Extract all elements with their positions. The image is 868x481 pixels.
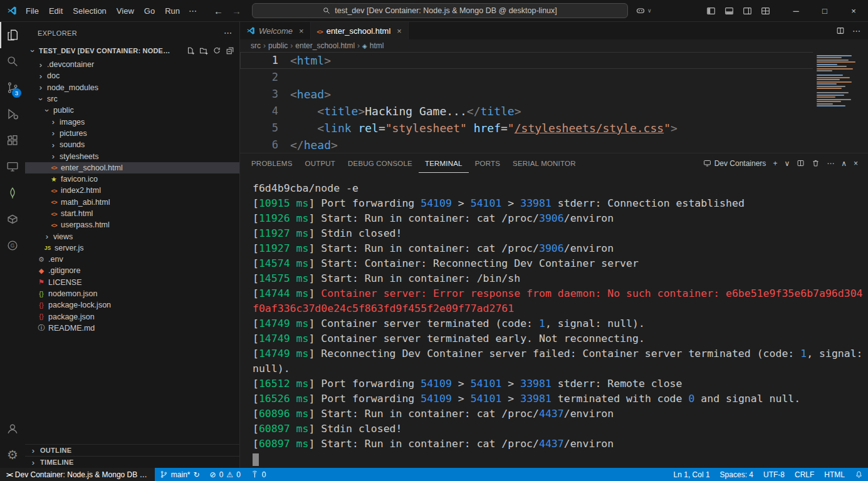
activity-search-icon[interactable] — [0, 48, 25, 75]
split-editor-icon[interactable] — [836, 26, 845, 35]
tree-item-userpass-html[interactable]: <>userpass.html — [25, 219, 239, 230]
activity-explorer-icon[interactable] — [0, 22, 25, 48]
panel-tab-output[interactable]: OUTPUT — [299, 153, 342, 173]
tree-item-pictures[interactable]: ›pictures — [25, 128, 239, 139]
tree-item-start-html[interactable]: <>start.html — [25, 208, 239, 219]
outline-section[interactable]: › OUTLINE — [25, 444, 239, 456]
activity-remote-explorer-icon[interactable] — [0, 153, 25, 180]
activity-source-control-icon[interactable]: 3 — [0, 75, 25, 101]
tree-item-license[interactable]: ⚑LICENSE — [25, 277, 239, 288]
tree-item-views[interactable]: ›views — [25, 230, 239, 242]
tree-item-images[interactable]: ›images — [25, 116, 239, 127]
breadcrumb-item-public[interactable]: public — [268, 41, 288, 50]
tree-item-sounds[interactable]: ›sounds — [25, 139, 239, 150]
close-window-button[interactable]: × — [839, 0, 868, 21]
indentation-indicator[interactable]: Spaces: 4 — [715, 468, 758, 481]
cursor-position[interactable]: Ln 1, Col 1 — [669, 468, 715, 481]
menu-go[interactable]: Go — [139, 0, 160, 21]
refresh-icon[interactable] — [212, 46, 221, 55]
code-line[interactable]: 1<html> — [240, 52, 868, 69]
command-center[interactable]: test_dev [Dev Container: Node.js & Mongo… — [252, 3, 628, 18]
settings-gear-icon[interactable]: ⚙ — [0, 442, 25, 468]
collapse-all-icon[interactable] — [226, 46, 234, 55]
panel-tab-serial-monitor[interactable]: SERIAL MONITOR — [506, 153, 582, 173]
tree-item-server-js[interactable]: JSserver.js — [25, 242, 239, 254]
toggle-primary-sidebar-icon[interactable] — [706, 6, 716, 16]
tree-item-node-modules[interactable]: ›node_modules — [25, 82, 239, 93]
tree-item-gitignore[interactable]: ◆.gitignore — [25, 265, 239, 276]
ports-indicator[interactable]: 0 — [246, 468, 271, 481]
eol-indicator[interactable]: CRLF — [790, 468, 819, 481]
activity-extensions-icon[interactable] — [0, 127, 25, 153]
toggle-secondary-sidebar-icon[interactable] — [743, 6, 752, 16]
nav-forward-icon[interactable]: → — [227, 6, 246, 16]
code-line[interactable]: 3<head> — [240, 86, 868, 103]
minimap[interactable] — [813, 52, 868, 153]
branch-indicator[interactable]: main* ↻ — [155, 468, 205, 481]
tree-item-index2-html[interactable]: <>index2.html — [25, 185, 239, 196]
activity-mongodb-icon[interactable] — [0, 180, 25, 206]
workspace-root-row[interactable]: › TEST_DEV [DEV CONTAINER: NODE.JS & MON… — [25, 44, 239, 58]
tab-enter-school-html[interactable]: <>enter_school.html× — [311, 22, 409, 39]
language-mode[interactable]: HTML — [819, 468, 850, 481]
activity-gitlens-icon[interactable]: G — [0, 232, 25, 259]
terminal-profile-dropdown-icon[interactable]: ∨ — [784, 159, 790, 168]
breadcrumb-item-html[interactable]: html — [370, 41, 384, 50]
breadcrumb-item-enter-school-html[interactable]: enter_school.html — [295, 41, 355, 50]
maximize-panel-icon[interactable]: ∧ — [841, 159, 847, 168]
tree-item-devcontainer[interactable]: ›.devcontainer — [25, 59, 239, 70]
menu-selection[interactable]: Selection — [68, 0, 111, 21]
minimize-button[interactable]: ─ — [782, 0, 810, 21]
remote-indicator[interactable]: >< Dev Container: Node.js & Mongo DB @ d… — [0, 468, 155, 481]
close-panel-icon[interactable]: × — [854, 159, 858, 168]
new-terminal-icon[interactable]: + — [773, 159, 777, 168]
menu-view[interactable]: View — [112, 0, 139, 21]
tree-item-env[interactable]: ⚙.env — [25, 254, 239, 265]
encoding-indicator[interactable]: UTF-8 — [758, 468, 790, 481]
customize-layout-icon[interactable] — [761, 6, 770, 16]
close-tab-icon[interactable]: × — [397, 26, 402, 36]
split-terminal-icon[interactable] — [797, 159, 805, 167]
close-tab-icon[interactable]: × — [299, 26, 304, 36]
tree-item-enter-school-html[interactable]: <>enter_school.html — [25, 162, 239, 173]
problems-indicator[interactable]: ⊘ 0 ⚠ 0 — [205, 468, 246, 481]
tree-item-package-json[interactable]: {}package.json — [25, 311, 239, 323]
tree-item-favicon-ico[interactable]: ★favicon.ico — [25, 173, 239, 185]
menu-file[interactable]: File — [21, 0, 44, 21]
new-file-icon[interactable] — [186, 46, 195, 55]
code-line[interactable]: 2 — [240, 69, 868, 86]
panel-tab-debug-console[interactable]: DEBUG CONSOLE — [342, 153, 419, 173]
terminal-profile[interactable]: Dev Containers — [703, 159, 766, 168]
notifications-bell-icon[interactable] — [850, 468, 868, 481]
tree-item-math-abi-html[interactable]: <>math_abi.html — [25, 197, 239, 208]
maximize-button[interactable]: □ — [810, 0, 839, 21]
tree-item-nodemon-json[interactable]: {}nodemon.json — [25, 288, 239, 299]
activity-containers-icon[interactable] — [0, 206, 25, 232]
new-folder-icon[interactable] — [199, 46, 208, 55]
account-icon[interactable] — [0, 415, 25, 442]
menu-edit[interactable]: Edit — [44, 0, 68, 21]
activity-run-debug-icon[interactable] — [0, 101, 25, 127]
panel-tab-terminal[interactable]: TERMINAL — [419, 153, 469, 173]
panel-more-actions-icon[interactable]: ⋯ — [827, 159, 834, 168]
tab-welcome[interactable]: Welcome× — [240, 22, 311, 39]
menu-run[interactable]: Run — [160, 0, 185, 21]
tree-item-stylesheets[interactable]: ›stylesheets — [25, 150, 239, 162]
nav-back-icon[interactable]: ← — [209, 6, 227, 16]
tree-item-package-lock-json[interactable]: {}package-lock.json — [25, 299, 239, 311]
tree-item-doc[interactable]: ›doc — [25, 70, 239, 81]
panel-tab-problems[interactable]: PROBLEMS — [245, 153, 299, 173]
panel-tab-ports[interactable]: PORTS — [469, 153, 506, 173]
code-editor[interactable]: 1<html>23<head>4 <title>Hacking Game...<… — [240, 52, 868, 153]
toggle-panel-icon[interactable] — [724, 6, 734, 16]
code-line[interactable]: 4 <title>Hacking Game...</title> — [240, 103, 868, 120]
tree-item-readme-md[interactable]: ⓘREADME.md — [25, 323, 239, 334]
menu-overflow-icon[interactable]: ⋯ — [185, 6, 201, 16]
timeline-section[interactable]: › TIMELINE — [25, 456, 239, 468]
code-line[interactable]: 5 <link rel="stylesheet" href="/styleshe… — [240, 120, 868, 137]
tree-item-src[interactable]: ›src — [25, 93, 239, 105]
kill-terminal-icon[interactable] — [812, 159, 820, 167]
breadcrumb-item-src[interactable]: src — [251, 41, 261, 50]
explorer-more-actions-icon[interactable]: ⋯ — [224, 28, 232, 38]
tree-item-public[interactable]: ›public — [25, 105, 239, 116]
